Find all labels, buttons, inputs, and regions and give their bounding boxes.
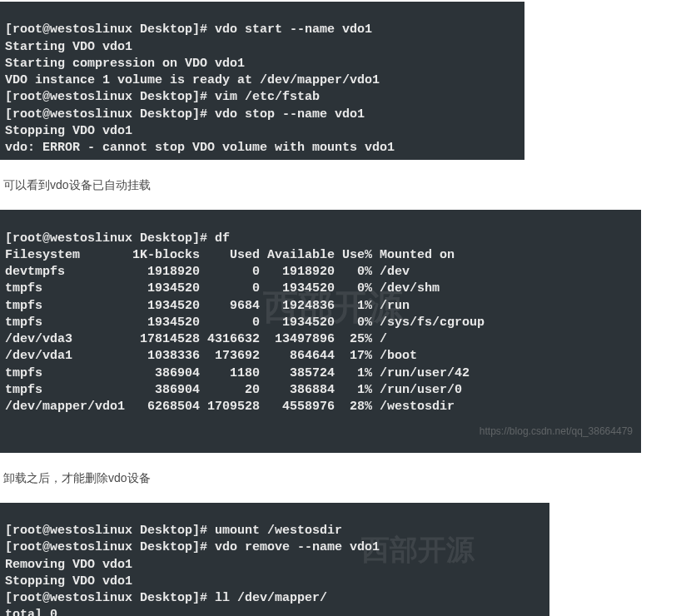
term3-line: [root@westoslinux Desktop]# ll /dev/mapp…: [5, 591, 327, 605]
term1-line: Starting VDO vdo1: [5, 40, 132, 54]
term2-line: Filesystem 1K-blocks Used Available Use%…: [5, 248, 455, 262]
term2-line: tmpfs 1934520 0 1934520 0% /sys/fs/cgrou…: [5, 315, 485, 330]
term1-line: VDO instance 1 volume is ready at /dev/m…: [5, 73, 380, 87]
term1-line: [root@westoslinux Desktop]# vdo start --…: [5, 22, 372, 37]
terminal-block-1: [root@westoslinux Desktop]# vdo start --…: [0, 2, 524, 160]
terminal-block-3: [root@westoslinux Desktop]# umount /west…: [0, 503, 549, 616]
term3-line: [root@westoslinux Desktop]# umount /west…: [5, 524, 342, 538]
term2-line: tmpfs 1934520 9684 1924836 1% /run: [5, 299, 410, 313]
caption-text-2: 卸载之后，才能删除vdo设备: [0, 453, 686, 503]
term3-line: Removing VDO vdo1: [5, 558, 132, 572]
terminal-block-2: [root@westoslinux Desktop]# df Filesyste…: [0, 210, 641, 453]
term2-line: /dev/vda1 1038336 173692 864644 17% /boo…: [5, 349, 417, 363]
caption-text-1: 可以看到vdo设备已自动挂载: [0, 160, 686, 210]
term3-line: Stopping VDO vdo1: [5, 574, 132, 589]
term1-line: Stopping VDO vdo1: [5, 124, 132, 138]
watermark-url: https://blog.csdn.net/qq_38664479: [480, 425, 633, 438]
term2-line: tmpfs 386904 1180 385724 1% /run/user/42: [5, 366, 470, 380]
term1-line: [root@westoslinux Desktop]# vim /etc/fst…: [5, 90, 320, 104]
term2-line: tmpfs 1934520 0 1934520 0% /dev/shm: [5, 281, 440, 296]
term2-line: [root@westoslinux Desktop]# df: [5, 231, 230, 246]
term1-line: Starting compression on VDO vdo1: [5, 57, 245, 71]
term2-line: devtmpfs 1918920 0 1918920 0% /dev: [5, 265, 410, 279]
term2-line: /dev/mapper/vdo1 6268504 1709528 4558976…: [5, 400, 455, 414]
term2-line: tmpfs 386904 20 386884 1% /run/user/0: [5, 383, 462, 397]
term3-line: [root@westoslinux Desktop]# vdo remove -…: [5, 540, 380, 554]
term1-line: vdo: ERROR - cannot stop VDO volume with…: [5, 141, 395, 155]
term1-line: [root@westoslinux Desktop]# vdo stop --n…: [5, 107, 365, 122]
term3-line: total 0: [5, 608, 57, 616]
term2-line: /dev/vda3 17814528 4316632 13497896 25% …: [5, 332, 387, 346]
